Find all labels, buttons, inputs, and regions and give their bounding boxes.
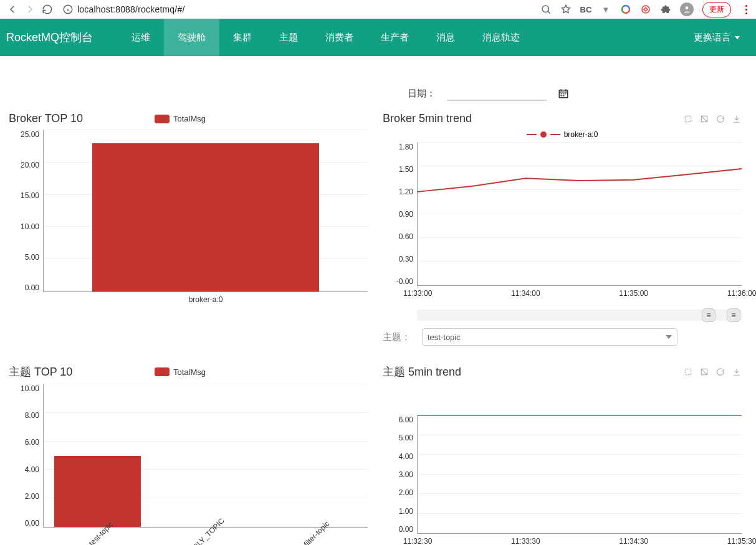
x-tick: 11:33:00 <box>403 289 433 298</box>
panel-broker-top: Broker TOP 10 TotalMsg 25.0020.0015.0010… <box>0 112 374 364</box>
x-tick: 11:34:30 <box>619 537 648 545</box>
nav-item-7[interactable]: 消息轨迹 <box>469 19 534 56</box>
zoom-bar[interactable]: ≡ ≡ <box>417 310 742 321</box>
toolbar-extensions: BC ▼ 更新 <box>540 2 752 17</box>
chart-broker-top: 25.0020.0015.0010.005.000.00broker-a:0 <box>9 130 368 292</box>
y-tick: 1.50 <box>383 165 413 174</box>
info-icon <box>62 4 74 15</box>
content: 日期： Broker TOP 10 TotalMsg 25.0020.0015.… <box>0 56 756 545</box>
legend-label: TotalMsg <box>173 367 206 377</box>
y-tick: 2.00 <box>383 488 413 497</box>
svg-rect-12 <box>563 95 564 97</box>
topic-selector-row: 主题： test-topic <box>383 321 742 346</box>
chart-topic-top: 10.008.006.004.002.000.00test-topicPLY_T… <box>9 384 368 528</box>
nav-item-6[interactable]: 消息 <box>423 19 469 56</box>
panel-broker-trend: Broker 5min trend broker-a:0 1.801.501.2… <box>374 112 748 364</box>
panel-topic-trend: 主题 5min trend 6.005.004.003.002.001.000.… <box>374 364 748 545</box>
y-tick: 10.00 <box>9 222 39 231</box>
app-nav: RocketMQ控制台 运维驾驶舱集群主题消费者生产者消息消息轨迹 更换语言 <box>0 19 756 56</box>
language-switcher[interactable]: 更换语言 <box>677 32 756 44</box>
extensions-icon[interactable] <box>660 4 671 15</box>
y-tick: 3.00 <box>383 470 413 479</box>
update-button[interactable]: 更新 <box>702 2 731 17</box>
user-avatar[interactable] <box>680 2 694 16</box>
series-label: broker-a:0 <box>564 130 598 139</box>
download-icon[interactable] <box>732 114 742 124</box>
topic-selector-label: 主题： <box>383 331 411 343</box>
legend-line-icon <box>527 134 537 135</box>
date-label: 日期： <box>408 88 436 100</box>
y-tick: 4.00 <box>9 465 39 474</box>
bar <box>92 143 319 291</box>
chart-topic-trend: 6.005.004.003.002.001.000.0011:32:3011:3… <box>383 415 742 534</box>
x-tick: broker-a:0 <box>189 295 223 304</box>
zoom-reset-icon[interactable] <box>699 367 709 377</box>
y-tick: 1.20 <box>383 187 413 196</box>
date-picker-row: 日期： <box>0 56 581 112</box>
vue-ext-icon[interactable]: ▼ <box>600 4 611 15</box>
calendar-icon[interactable] <box>558 88 569 99</box>
nav-item-5[interactable]: 生产者 <box>367 19 423 56</box>
red-ext-icon[interactable] <box>640 4 651 15</box>
svg-rect-13 <box>685 116 691 121</box>
panel-topic-top: 主题 TOP 10 TotalMsg 10.008.006.004.002.00… <box>0 364 374 545</box>
y-tick: 2.00 <box>9 492 39 501</box>
x-tick: 11:35:00 <box>619 289 648 298</box>
svg-point-6 <box>686 6 689 9</box>
line-series <box>418 143 742 285</box>
zoom-handle-icon[interactable]: ≡ <box>702 308 715 322</box>
back-button[interactable] <box>4 1 21 18</box>
zoom-reset-icon[interactable] <box>699 114 709 124</box>
x-tick: 11:36:00 <box>727 289 756 298</box>
chart-toolbar <box>683 367 742 377</box>
y-tick: 8.00 <box>9 411 39 420</box>
refresh-icon[interactable] <box>715 367 725 377</box>
zoom-handle-icon[interactable]: ≡ <box>727 308 740 322</box>
chevron-down-icon <box>735 36 740 39</box>
nav-item-1[interactable]: 驾驶舱 <box>164 19 219 56</box>
y-tick: 20.00 <box>9 161 39 169</box>
y-tick: 5.00 <box>9 253 39 262</box>
y-tick: 1.00 <box>383 507 413 516</box>
svg-point-5 <box>642 6 649 13</box>
nav-items: 运维驾驶舱集群主题消费者生产者消息消息轨迹 <box>118 19 677 56</box>
profile-badge[interactable]: BC <box>580 4 591 15</box>
topic-select[interactable]: test-topic <box>422 328 677 346</box>
panel-title: Broker TOP 10 <box>9 112 83 125</box>
svg-rect-15 <box>685 369 691 374</box>
nav-item-0[interactable]: 运维 <box>118 19 164 56</box>
svg-rect-8 <box>561 93 562 95</box>
refresh-icon[interactable] <box>715 114 725 124</box>
legend-swatch-icon <box>155 115 170 123</box>
x-tick: 11:35:30 <box>727 537 756 545</box>
y-tick: 4.00 <box>383 452 413 461</box>
svg-rect-10 <box>565 93 567 95</box>
date-input[interactable] <box>447 86 547 101</box>
y-tick: 1.80 <box>383 143 413 151</box>
y-tick: 15.00 <box>9 191 39 200</box>
zoom-area-icon[interactable] <box>683 367 693 377</box>
kebab-menu-icon[interactable] <box>740 5 752 14</box>
download-icon[interactable] <box>732 367 742 377</box>
nav-item-4[interactable]: 消费者 <box>312 19 367 56</box>
x-tick: 11:34:00 <box>511 289 540 298</box>
url-text: localhost:8088/rocketmq/#/ <box>77 4 185 14</box>
legend-dot-icon <box>540 131 547 138</box>
y-tick: 0.00 <box>383 525 413 534</box>
search-icon[interactable] <box>540 4 552 15</box>
nav-item-2[interactable]: 集群 <box>219 19 266 56</box>
nav-item-3[interactable]: 主题 <box>266 19 312 56</box>
y-tick: 25.00 <box>9 130 39 139</box>
svg-rect-9 <box>563 93 564 95</box>
color-ext-icon[interactable] <box>620 4 631 15</box>
brand: RocketMQ控制台 <box>6 30 93 45</box>
star-icon[interactable] <box>560 4 572 15</box>
url-bar[interactable]: localhost:8088/rocketmq/#/ <box>62 1 528 18</box>
y-tick: 5.00 <box>383 434 413 442</box>
reload-button[interactable] <box>39 1 56 18</box>
svg-point-1 <box>542 6 549 12</box>
series-legend: broker-a:0 <box>383 130 742 139</box>
y-tick: 0.60 <box>383 232 413 241</box>
zoom-area-icon[interactable] <box>683 114 693 124</box>
forward-button[interactable] <box>21 1 39 18</box>
